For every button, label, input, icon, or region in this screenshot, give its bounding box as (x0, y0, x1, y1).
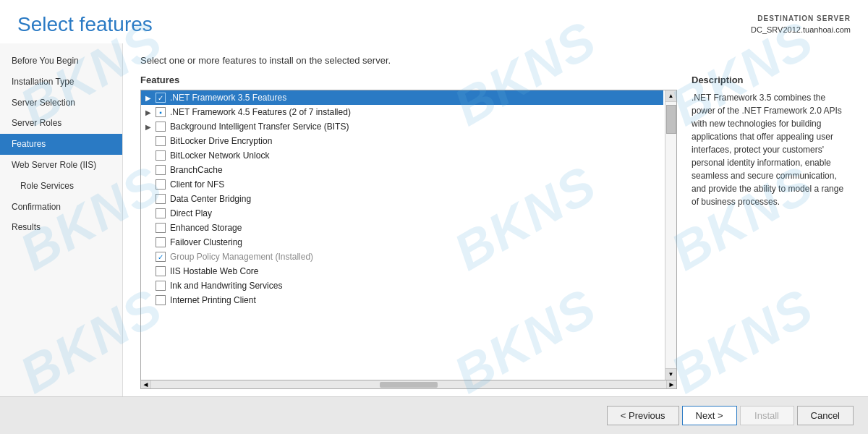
sidebar-item-web-server-role[interactable]: Web Server Role (IIS) (0, 155, 122, 176)
cancel-button[interactable]: Cancel (797, 406, 854, 425)
checkbox-group-policy[interactable]: ✓ (156, 252, 166, 262)
feature-label-bits: Background Intelligent Transfer Service … (170, 122, 349, 132)
checkbox-net45[interactable]: ▪ (156, 107, 166, 117)
sidebar-item-before-you-begin[interactable]: Before You Begin (0, 51, 122, 72)
instruction-text: Select one or more features to install o… (140, 55, 851, 66)
feature-label-internet-printing: Internet Printing Client (170, 295, 256, 305)
checkbox-internet-printing[interactable] (156, 295, 166, 305)
feature-label-net45: .NET Framework 4.5 Features (2 of 7 inst… (170, 107, 351, 117)
features-description-area: Features ▶✓.NET Framework 3.5 Features▶▪… (140, 75, 851, 389)
checkbox-client-nfs[interactable] (156, 179, 166, 190)
previous-button[interactable]: < Previous (607, 406, 679, 425)
feature-item-direct-play[interactable]: Direct Play (141, 206, 663, 221)
sidebar-item-role-services[interactable]: Role Services (0, 176, 122, 197)
h-scrollbar-thumb[interactable] (380, 382, 438, 388)
feature-item-bitlocker-unlock[interactable]: BitLocker Network Unlock (141, 148, 663, 163)
scrollbar-up-arrow[interactable]: ▲ (665, 90, 676, 102)
feature-label-bitlocker: BitLocker Drive Encryption (170, 136, 272, 146)
checkbox-enhanced-storage[interactable] (156, 223, 166, 233)
feature-item-enhanced-storage[interactable]: Enhanced Storage (141, 221, 663, 235)
top-bar: Select features DESTINATION SERVER DC_SR… (0, 0, 868, 43)
feature-label-client-nfs: Client for NFS (170, 179, 224, 190)
page-title: Select features (17, 13, 751, 36)
feature-label-failover-clustering: Failover Clustering (170, 237, 242, 247)
feature-item-client-nfs[interactable]: Client for NFS (141, 177, 663, 192)
feature-item-bits[interactable]: ▶Background Intelligent Transfer Service… (141, 119, 663, 134)
server-info: DESTINATION SERVER DC_SRV2012.tuanhoai.c… (751, 13, 851, 36)
sidebar-item-features[interactable]: Features (0, 134, 122, 155)
sidebar: Before You BeginInstallation TypeServer … (0, 43, 123, 396)
sidebar-item-installation-type[interactable]: Installation Type (0, 72, 122, 93)
description-panel: Description .NET Framework 3.5 combines … (692, 75, 851, 389)
sidebar-item-confirmation[interactable]: Confirmation (0, 197, 122, 218)
server-label: DESTINATION SERVER (751, 13, 851, 24)
expand-arrow-net35[interactable]: ▶ (145, 94, 156, 102)
checkbox-net35[interactable]: ✓ (156, 93, 166, 103)
features-label: Features (140, 75, 677, 85)
h-scroll-right[interactable]: ► (666, 380, 676, 389)
main-window: Select features DESTINATION SERVER DC_SR… (0, 0, 868, 434)
feature-label-bitlocker-unlock: BitLocker Network Unlock (170, 150, 269, 161)
sidebar-item-results[interactable]: Results (0, 217, 122, 238)
features-list[interactable]: ▶✓.NET Framework 3.5 Features▶▪.NET Fram… (141, 90, 676, 380)
checkbox-datacenter-bridging[interactable] (156, 194, 166, 204)
description-text: .NET Framework 3.5 combines the power of… (692, 91, 851, 208)
feature-item-ink-handwriting[interactable]: Ink and Handwriting Services (141, 278, 663, 293)
scrollbar-down-arrow[interactable]: ▼ (665, 368, 676, 380)
description-label: Description (692, 75, 851, 85)
checkbox-branchcache[interactable] (156, 165, 166, 175)
feature-label-group-policy: Group Policy Management (Installed) (170, 252, 313, 262)
feature-item-internet-printing[interactable]: Internet Printing Client (141, 293, 663, 307)
feature-item-datacenter-bridging[interactable]: Data Center Bridging (141, 192, 663, 206)
feature-label-ink-handwriting: Ink and Handwriting Services (170, 281, 282, 291)
bottom-bar: < Previous Next > Install Cancel (0, 396, 868, 434)
feature-item-net35[interactable]: ▶✓.NET Framework 3.5 Features (141, 90, 663, 105)
checkbox-bits[interactable] (156, 122, 166, 132)
feature-label-net35: .NET Framework 3.5 Features (170, 93, 286, 103)
expand-arrow-net45[interactable]: ▶ (145, 109, 156, 116)
feature-label-branchcache: BranchCache (170, 165, 223, 175)
checkbox-failover-clustering[interactable] (156, 237, 166, 247)
install-button[interactable]: Install (740, 406, 794, 425)
features-list-container: ▶✓.NET Framework 3.5 Features▶▪.NET Fram… (140, 90, 677, 389)
sidebar-item-server-selection[interactable]: Server Selection (0, 93, 122, 114)
next-button[interactable]: Next > (682, 406, 737, 425)
checkbox-ink-handwriting[interactable] (156, 281, 166, 291)
expand-arrow-bits[interactable]: ▶ (145, 123, 156, 131)
h-scroll-left[interactable]: ◄ (141, 380, 151, 389)
scrollbar-thumb[interactable] (666, 105, 676, 134)
content-area: Before You BeginInstallation TypeServer … (0, 43, 868, 396)
features-panel: Features ▶✓.NET Framework 3.5 Features▶▪… (140, 75, 677, 389)
feature-item-failover-clustering[interactable]: Failover Clustering (141, 235, 663, 250)
feature-item-net45[interactable]: ▶▪.NET Framework 4.5 Features (2 of 7 in… (141, 105, 663, 119)
feature-label-iis-hostable: IIS Hostable Web Core (170, 266, 259, 276)
main-content: Select one or more features to install o… (123, 43, 868, 396)
scrollbar-track (665, 102, 676, 368)
feature-item-iis-hostable[interactable]: IIS Hostable Web Core (141, 264, 663, 278)
vertical-scrollbar[interactable]: ▲ ▼ (665, 90, 676, 380)
feature-item-bitlocker[interactable]: BitLocker Drive Encryption (141, 134, 663, 148)
feature-label-datacenter-bridging: Data Center Bridging (170, 194, 251, 204)
feature-label-direct-play: Direct Play (170, 208, 212, 218)
feature-item-branchcache[interactable]: BranchCache (141, 163, 663, 177)
sidebar-item-server-roles[interactable]: Server Roles (0, 113, 122, 134)
server-name: DC_SRV2012.tuanhoai.com (751, 24, 851, 36)
checkbox-direct-play[interactable] (156, 208, 166, 218)
feature-item-group-policy[interactable]: ✓Group Policy Management (Installed) (141, 250, 663, 264)
feature-label-enhanced-storage: Enhanced Storage (170, 223, 242, 233)
checkbox-bitlocker[interactable] (156, 136, 166, 146)
horizontal-scrollbar[interactable]: ◄ ► (141, 380, 676, 388)
checkbox-bitlocker-unlock[interactable] (156, 150, 166, 161)
checkbox-iis-hostable[interactable] (156, 266, 166, 276)
